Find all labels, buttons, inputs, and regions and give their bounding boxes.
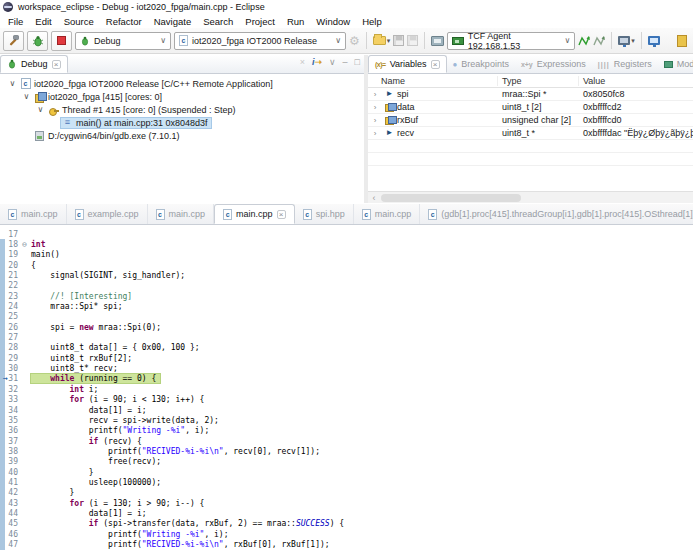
code-line[interactable]: 20{ (0, 260, 693, 270)
tree-row[interactable]: ∨iot2020_fpga [415] [cores: 0] (0, 90, 364, 103)
tree-chevron-icon[interactable]: ∨ (34, 105, 47, 114)
code-line[interactable]: 32 int i; (0, 384, 693, 394)
close-icon[interactable]: × (277, 210, 286, 219)
line-number[interactable]: 17 (5, 230, 18, 239)
remote-systems-button[interactable]: ▾ (618, 36, 635, 45)
line-number[interactable]: 23 (5, 292, 18, 301)
row-chevron-icon[interactable]: › (368, 90, 382, 99)
scroll-left-icon[interactable]: ‹ (368, 193, 380, 203)
line-number[interactable]: 39 (5, 457, 18, 466)
line-number[interactable]: 33 (5, 395, 18, 404)
code-line[interactable]: 19main() (0, 250, 693, 260)
code-line[interactable]: 29 uint8_t rxBuf[2]; (0, 353, 693, 363)
line-number[interactable]: 21 (5, 271, 18, 280)
code-line[interactable]: 47 printf("RECIVED-%i-%i\n", rxBuf[0], r… (0, 539, 693, 549)
scrollbar-thumb[interactable] (381, 194, 521, 202)
code-line[interactable]: 35 recv = spi->write(data, 2); (0, 415, 693, 425)
code-line[interactable]: 40 } (0, 467, 693, 477)
line-number[interactable]: 41 (5, 478, 18, 487)
launch-mode-combo[interactable]: Debug ∨ (75, 32, 171, 50)
tab-debug[interactable]: Debug × (0, 55, 68, 73)
save-button[interactable] (393, 35, 404, 46)
tree-item[interactable]: ciot2020_fpga IOT2000 Release [C/C++ Rem… (19, 78, 276, 89)
close-icon[interactable]: × (431, 60, 440, 69)
line-number[interactable]: 38 (5, 447, 18, 456)
menu-run[interactable]: Run (283, 15, 312, 28)
menu-window[interactable]: Window (312, 15, 358, 28)
tree-chevron-icon[interactable]: ∨ (6, 79, 19, 88)
tree-row[interactable]: ≡main() at main.cpp:31 0x8048d3f (0, 116, 364, 129)
row-chevron-icon[interactable]: › (368, 103, 382, 112)
code-line[interactable]: 25 (0, 312, 693, 322)
row-chevron-icon[interactable]: › (368, 116, 382, 125)
line-number[interactable]: 36 (5, 426, 18, 435)
debug-config-icon[interactable] (431, 36, 444, 46)
code-line[interactable]: 26 spi = new mraa::Spi(0); (0, 322, 693, 332)
editor-tab-main.cpp[interactable]: cmain.cpp (148, 204, 215, 224)
line-number[interactable]: 45 (5, 519, 18, 528)
code-line[interactable]: 36 printf("Writing -%i", i); (0, 426, 693, 436)
code-line[interactable]: 28 uint8_t data[] = { 0x00, 100 }; (0, 343, 693, 353)
terminate-button[interactable] (51, 31, 72, 51)
variable-row[interactable]: ›rxBufunsigned char [2]0xbffffcd0 (368, 114, 693, 127)
line-number[interactable]: 24 (5, 302, 18, 311)
line-number[interactable]: 40 (5, 468, 18, 477)
clipped-toolbar-icon[interactable] (677, 35, 687, 47)
menu-edit[interactable]: Edit (31, 15, 59, 28)
code-line[interactable]: 30 uint8_t* recv; (0, 363, 693, 373)
tree-row[interactable]: ∨ciot2020_fpga IOT2000 Release [C/C++ Re… (0, 77, 364, 90)
tcf-agent-combo[interactable]: TCF Agent 192.168.1.53 ∨ (447, 32, 575, 50)
line-number[interactable]: 26 (5, 323, 18, 332)
line-number[interactable]: 46 (5, 530, 18, 539)
line-number[interactable]: 35 (5, 416, 18, 425)
line-number[interactable]: 30 (5, 364, 18, 373)
line-number[interactable]: 37 (5, 437, 18, 446)
variable-row[interactable]: ›►recvuint8_t *0xbffffdac "Ëþÿ¿Øþÿ¿ãþÿ¿þ… (368, 127, 693, 140)
line-number[interactable]: 32 (5, 385, 18, 394)
menu-refactor[interactable]: Refactor (102, 15, 150, 28)
menu-help[interactable]: Help (358, 15, 390, 28)
code-editor[interactable]: 1718⊖int19main()20{21 signal(SIGINT, sig… (0, 225, 693, 555)
line-number[interactable]: 43 (5, 499, 18, 508)
variable-row[interactable]: ›►spimraa::Spi *0x8050fc8 (368, 88, 693, 101)
tree-item[interactable]: Thread #1 415 [core: 0] (Suspended : Ste… (47, 105, 239, 115)
tab-expressions[interactable]: x+yExpressions (515, 55, 592, 73)
column-header-value[interactable]: Value (579, 76, 693, 86)
variables-hscrollbar[interactable]: ‹ (368, 191, 693, 203)
view-menu-icon[interactable]: ∨ (329, 57, 336, 67)
tree-item[interactable]: D:/cygwin64/bin/gdb.exe (7.10.1) (33, 131, 183, 141)
line-number[interactable]: 27 (5, 333, 18, 342)
line-number[interactable]: 42 (5, 488, 18, 497)
code-line[interactable]: 23 //! [Interesting] (0, 291, 693, 301)
fold-marker-icon[interactable]: ⊖ (18, 240, 31, 249)
line-number[interactable]: 28 (5, 343, 18, 352)
show-threads-icon[interactable]: i➝ (312, 57, 322, 67)
code-line[interactable]: 38 printf("RECIVED-%i-%i\n", recv[0], re… (0, 446, 693, 456)
tree-row[interactable]: D:/cygwin64/bin/gdb.exe (7.10.1) (0, 129, 364, 142)
connect-button[interactable] (578, 35, 590, 47)
column-header-name[interactable]: Name (368, 76, 498, 86)
menu-search[interactable]: Search (199, 15, 241, 28)
code-line[interactable]: 34 data[1] = i; (0, 405, 693, 415)
code-line[interactable]: 44 data[1] = i; (0, 508, 693, 518)
code-line[interactable]: 46 printf("Writing -%i", i); (0, 529, 693, 539)
line-number[interactable]: 19 (5, 250, 18, 259)
line-number[interactable]: 29 (5, 354, 18, 363)
code-line[interactable]: 27 (0, 332, 693, 342)
code-line[interactable]: 31→ while (running == 0) { (0, 374, 693, 384)
close-icon[interactable]: × (52, 60, 61, 69)
maximize-icon[interactable]: □ (355, 57, 360, 67)
code-line[interactable]: 45 if (spi->transfer(data, rxBuf, 2) == … (0, 519, 693, 529)
line-number[interactable]: 22 (5, 281, 18, 290)
editor-tab-example.cpp[interactable]: cexample.cpp (67, 204, 148, 224)
line-number[interactable]: 25 (5, 312, 18, 321)
code-line[interactable]: 39 free(recv); (0, 457, 693, 467)
line-number[interactable]: 20 (5, 261, 18, 270)
tab-registers[interactable]: ||||Registers (592, 55, 658, 73)
line-number[interactable]: 47 (5, 540, 18, 549)
remove-terminated-icon[interactable]: × (300, 57, 305, 67)
new-wizard-button[interactable]: ▾ (373, 36, 391, 45)
tab-variables[interactable]: (x)=Variables× (368, 55, 447, 73)
editor-tab-main.cpp[interactable]: cmain.cpp (354, 204, 421, 224)
variable-row[interactable]: ›datauint8_t [2]0xbffffcd2 (368, 101, 693, 114)
